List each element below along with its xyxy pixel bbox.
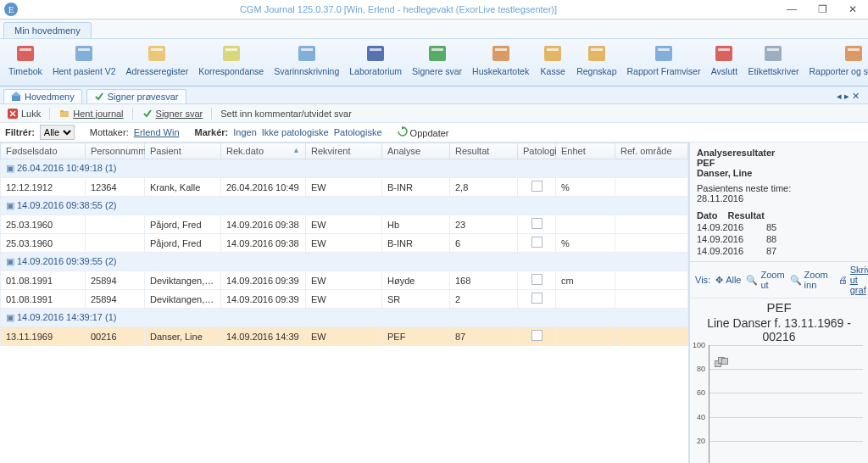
lukk-button[interactable]: Lukk — [5, 107, 42, 120]
ribbon-avslutt-button[interactable]: Avslutt — [705, 41, 743, 84]
ribbon-timebok-button[interactable]: Timebok — [3, 41, 47, 84]
marker-patologiske[interactable]: Patologiske — [334, 127, 382, 137]
ribbon-huske-button[interactable]: Huskekartotek — [467, 41, 534, 84]
ribbon-lab-button[interactable]: Laboratorium — [344, 41, 407, 84]
check-icon — [94, 92, 104, 102]
svg-rect-34 — [60, 110, 64, 112]
table-row[interactable]: 25.03.1960Påjord, Fred14.09.2016 09:38EW… — [1, 234, 688, 253]
ribbon-rapportf-button[interactable]: Rapport Framviser — [621, 41, 705, 84]
ribbon-rapporter-button[interactable]: Rapporter og statistikk — [804, 41, 868, 84]
svg-rect-26 — [765, 46, 782, 61]
cell: EW — [306, 215, 382, 234]
table-row[interactable]: 12.12.191212364Krank, Kalle26.04.2016 10… — [1, 178, 688, 197]
chart-vis-label: Vis: — [695, 275, 710, 285]
col-resultat[interactable]: Resultat — [450, 143, 518, 159]
ribbon-tab-row: Min hovedmeny — [0, 20, 868, 38]
sett-inn-kommentar-button[interactable]: Sett inn kommentar/utvidet svar — [219, 108, 353, 120]
svg-rect-21 — [591, 48, 603, 51]
patologisk-checkbox[interactable] — [531, 274, 542, 285]
ribbon-svarinn-label: Svarinnskrivning — [274, 66, 339, 76]
table-row[interactable]: 13.11.196900216Danser, Line14.09.2016 14… — [1, 327, 688, 346]
ribbon-korr-button[interactable]: Korrespondanse — [193, 41, 269, 84]
col-pasient[interactable]: Pasient — [145, 143, 221, 159]
svg-text:E: E — [8, 4, 14, 14]
svg-rect-9 — [225, 48, 237, 51]
ribbon-tab-hovedmeny[interactable]: Min hovedmeny — [3, 22, 92, 38]
cell: 12.12.1912 — [1, 178, 86, 197]
filter-bar: Filtrér: Alle Mottaker: Erlend Win Marké… — [0, 123, 868, 142]
cell — [86, 215, 145, 234]
results-grid[interactable]: Fødselsdato Personnummer Pasient Rek.dat… — [0, 142, 688, 346]
close-button[interactable]: ✕ — [837, 0, 868, 19]
ribbon-regn-button[interactable]: Regnskap — [571, 41, 621, 84]
subtab-hovedmeny[interactable]: Hovedmeny — [3, 89, 82, 103]
patologisk-checkbox[interactable] — [531, 330, 542, 341]
patologisk-checkbox[interactable] — [531, 181, 542, 192]
ribbon-hentpasient-label: Hent pasient V2 — [53, 66, 116, 76]
zoom-out-icon: 🔍 — [746, 275, 758, 286]
side-panel: Analyseresultater PEF Danser, Line Pasie… — [689, 142, 868, 463]
ribbon-kasse-button[interactable]: Kasse — [534, 41, 571, 84]
cell: 2,8 — [450, 178, 518, 197]
cell: 00216 — [86, 327, 145, 346]
patologisk-checkbox[interactable] — [531, 237, 542, 248]
close-red-icon — [7, 108, 19, 120]
group-row[interactable]: ▣14.09.2016 09:39:55 (2) — [1, 253, 688, 271]
tab-nav-controls[interactable]: ◂ ▸ ✕ — [837, 91, 865, 102]
home-icon — [11, 92, 21, 102]
chart-alle-button[interactable]: ✥ Alle — [715, 275, 741, 286]
cell: 25.03.1960 — [1, 215, 86, 234]
col-analyse[interactable]: Analyse — [382, 143, 450, 159]
ribbon-hentpasient-button[interactable]: Hent pasient V2 — [47, 41, 121, 84]
ribbon-rapportf-label: Rapport Framviser — [626, 66, 700, 76]
cell: Høyde — [382, 271, 450, 290]
ribbon-etikett-button[interactable]: Etikettskriver — [743, 41, 804, 84]
window-title: CGM Journal 125.0.37.0 [Win, Erlend - he… — [20, 4, 776, 14]
subtab-signer[interactable]: Signer prøvesvar — [86, 89, 186, 103]
mottaker-link[interactable]: Erlend Win — [134, 127, 180, 137]
chart-print-button[interactable]: 🖨 Skriv ut graf — [838, 265, 868, 295]
maximize-button[interactable]: ❐ — [807, 0, 837, 19]
group-row[interactable]: ▣26.04.2016 10:49:18 (1) — [1, 159, 688, 178]
patologisk-checkbox[interactable] — [531, 293, 542, 304]
signer-svar-button[interactable]: Signer svar — [140, 107, 205, 120]
hent-journal-button[interactable]: Hent journal — [57, 107, 125, 120]
ribbon-signere-button[interactable]: Signere svar — [407, 41, 467, 84]
oppdater-button[interactable]: Oppdater — [398, 126, 449, 138]
group-row[interactable]: ▣14.09.2016 14:39:17 (1) — [1, 309, 688, 327]
col-patologisk[interactable]: Patologisk — [518, 143, 556, 159]
cell: 23 — [450, 215, 518, 234]
y-tick-label: 100 — [693, 341, 705, 349]
sort-indicator-icon: ▲ — [292, 146, 300, 154]
col-rekdato[interactable]: Rek.dato▲ — [221, 143, 306, 159]
patologisk-checkbox[interactable] — [531, 218, 542, 229]
cell: 25894 — [86, 271, 145, 290]
ribbon-etikett-label: Etikettskriver — [748, 66, 798, 76]
col-refomrade[interactable]: Ref. område — [615, 143, 688, 159]
group-row[interactable]: ▣14.09.2016 09:38:55 (2) — [1, 197, 688, 215]
marker-ingen[interactable]: Ingen — [233, 127, 257, 137]
svg-rect-25 — [718, 48, 730, 51]
col-enhet[interactable]: Enhet — [556, 143, 615, 159]
table-row[interactable]: 01.08.199125894Deviktangen, An...14.09.2… — [1, 290, 688, 309]
avslutt-icon — [710, 42, 737, 64]
marker-ikke-patologiske[interactable]: Ikke patologiske — [262, 127, 329, 137]
results-grid-wrapper: Fødselsdato Personnummer Pasient Rek.dat… — [0, 142, 689, 463]
cell — [615, 290, 688, 309]
col-personnummer[interactable]: Personnummer — [86, 143, 145, 159]
ribbon-svarinn-button[interactable]: Svarinnskrivning — [269, 41, 344, 84]
cell: Påjord, Fred — [145, 215, 221, 234]
minimize-button[interactable]: — — [776, 0, 807, 19]
side-result-row: 14.09.201688 — [697, 234, 861, 244]
col-fodselsdato[interactable]: Fødselsdato — [1, 143, 86, 159]
col-rekvirent[interactable]: Rekvirent — [306, 143, 382, 159]
chart-zoom-out-button[interactable]: 🔍 Zoom ut — [746, 270, 784, 290]
table-row[interactable]: 25.03.1960Påjord, Fred14.09.2016 09:38EW… — [1, 215, 688, 234]
table-row[interactable]: 01.08.199125894Deviktangen, An...14.09.2… — [1, 271, 688, 290]
ribbon-adresse-button[interactable]: Adresseregister — [121, 41, 194, 84]
side-col-resultat: Resultat — [727, 210, 764, 220]
hentpasient-icon — [70, 42, 97, 64]
chart-zoom-in-button[interactable]: 🔍 Zoom inn — [790, 270, 828, 290]
filter-select[interactable]: Alle — [40, 125, 75, 140]
cell — [556, 290, 615, 309]
